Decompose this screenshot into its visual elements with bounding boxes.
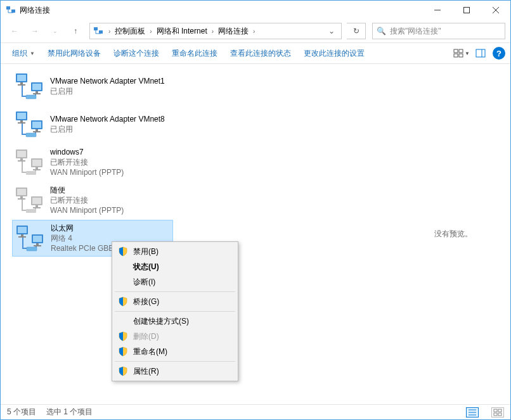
svg-rect-24 xyxy=(454,49,458,53)
network-adapter-icon xyxy=(15,71,45,101)
connection-item[interactable]: VMware Network Adapter VMnet1已启用 xyxy=(12,68,173,105)
connection-status: 已启用 xyxy=(50,124,165,134)
search-icon: 🔍 xyxy=(377,27,386,35)
context-menu-label: 诊断(I) xyxy=(133,277,155,288)
svg-rect-35 xyxy=(494,413,497,416)
breadcrumb-0[interactable]: 控制面板 xyxy=(112,23,148,39)
view-mode-button[interactable]: ▼ xyxy=(452,45,471,61)
preview-pane: 没有预览。 xyxy=(396,64,510,404)
context-menu-label: 属性(R) xyxy=(133,366,159,377)
shield-icon xyxy=(118,246,128,257)
window-title: 网络连接 xyxy=(20,5,423,16)
back-button[interactable]: ← xyxy=(6,22,23,40)
settings-button[interactable]: 更改此连接的设置 xyxy=(297,46,371,61)
connection-status: 网络 4 xyxy=(51,233,113,243)
svg-rect-33 xyxy=(494,409,497,412)
preview-pane-button[interactable] xyxy=(471,45,490,61)
connection-name: 随便 xyxy=(50,185,124,195)
disable-device-button[interactable]: 禁用此网络设备 xyxy=(41,46,107,61)
network-adapter-icon xyxy=(15,147,45,177)
context-menu-label: 删除(D) xyxy=(133,331,159,342)
menu-separator xyxy=(115,311,235,312)
minimize-button[interactable] xyxy=(423,1,452,20)
chevron-right-icon: › xyxy=(148,28,153,35)
connection-item[interactable]: VMware Network Adapter VMnet8已启用 xyxy=(12,106,173,143)
app-icon xyxy=(6,5,16,15)
context-menu-label: 状态(U) xyxy=(133,262,159,272)
connection-device: Realtek PCIe GBE xyxy=(51,243,113,253)
shield-icon xyxy=(118,366,128,376)
connection-device: WAN Miniport (PPTP) xyxy=(50,167,124,177)
shield-icon xyxy=(118,347,128,357)
shield-icon xyxy=(118,331,128,341)
no-preview-label: 没有预览。 xyxy=(434,229,472,239)
context-menu-item[interactable]: 桥接(G) xyxy=(114,294,236,309)
details-view-button[interactable] xyxy=(466,407,479,417)
rename-button[interactable]: 重命名此连接 xyxy=(165,46,224,61)
network-adapter-icon xyxy=(15,109,45,139)
connection-name: 以太网 xyxy=(51,223,113,233)
recent-dropdown[interactable]: ⌄ xyxy=(46,22,64,40)
context-menu-item[interactable]: 禁用(B) xyxy=(114,244,236,259)
svg-rect-27 xyxy=(459,54,463,57)
svg-rect-26 xyxy=(454,54,458,57)
organize-button[interactable]: 组织▼ xyxy=(6,46,41,61)
connection-name: VMware Network Adapter VMnet1 xyxy=(50,76,165,86)
address-bar[interactable]: › 控制面板 › 网络和 Internet › 网络连接 › ⌄ xyxy=(89,23,342,39)
navbar: ← → ⌄ ↑ › 控制面板 › 网络和 Internet › 网络连接 › ⌄… xyxy=(1,20,510,42)
context-menu-item[interactable]: 属性(R) xyxy=(114,364,236,379)
chevron-right-icon: › xyxy=(107,28,112,35)
context-menu-item[interactable]: 重命名(M) xyxy=(114,344,236,359)
context-menu-item[interactable]: 创建快捷方式(S) xyxy=(114,314,236,329)
selected-count: 选中 1 个项目 xyxy=(46,407,93,417)
context-menu-item[interactable]: 状态(U) xyxy=(114,259,236,274)
network-adapter-icon xyxy=(15,185,45,215)
context-menu: 禁用(B)状态(U)诊断(I)桥接(G)创建快捷方式(S)删除(D)重命名(M)… xyxy=(112,241,238,381)
up-button[interactable]: ↑ xyxy=(67,22,84,40)
connection-status: 已断开连接 xyxy=(50,157,124,167)
network-adapter-icon xyxy=(15,223,46,253)
connection-device: WAN Miniport (PPTP) xyxy=(50,205,124,215)
connection-name: windows7 xyxy=(50,147,124,157)
svg-rect-34 xyxy=(498,409,501,412)
status-button[interactable]: 查看此连接的状态 xyxy=(224,46,297,61)
breadcrumb-2[interactable]: 网络连接 xyxy=(216,23,251,39)
connection-item[interactable]: windows7已断开连接WAN Miniport (PPTP) xyxy=(12,144,173,181)
context-menu-label: 桥接(G) xyxy=(133,296,159,307)
search-input[interactable]: 🔍 搜索"网络连接" xyxy=(372,23,505,39)
large-icons-view-button[interactable] xyxy=(491,407,504,417)
chevron-right-icon: › xyxy=(251,28,257,35)
context-menu-item[interactable]: 诊断(I) xyxy=(114,274,236,290)
context-menu-label: 禁用(B) xyxy=(133,246,158,257)
connection-name: VMware Network Adapter VMnet8 xyxy=(50,114,165,124)
connection-status: 已断开连接 xyxy=(50,195,124,205)
context-menu-item: 删除(D) xyxy=(114,329,236,344)
help-button[interactable]: ? xyxy=(493,47,505,60)
svg-rect-28 xyxy=(476,49,485,57)
connection-item[interactable]: 随便已断开连接WAN Miniport (PPTP) xyxy=(12,182,173,219)
search-placeholder: 搜索"网络连接" xyxy=(390,26,441,37)
titlebar: 网络连接 xyxy=(1,1,510,20)
context-menu-label: 重命名(M) xyxy=(133,347,167,357)
status-bar: 5 个项目 选中 1 个项目 xyxy=(1,404,510,419)
svg-rect-25 xyxy=(459,49,463,53)
location-icon xyxy=(93,26,104,36)
breadcrumb-1[interactable]: 网络和 Internet xyxy=(154,23,210,39)
refresh-button[interactable]: ↻ xyxy=(347,23,366,39)
chevron-right-icon: › xyxy=(210,28,216,35)
diagnose-button[interactable]: 诊断这个连接 xyxy=(107,46,165,61)
svg-rect-36 xyxy=(498,413,501,416)
menu-separator xyxy=(115,361,235,362)
menu-separator xyxy=(115,291,235,292)
command-bar: 组织▼ 禁用此网络设备 诊断这个连接 重命名此连接 查看此连接的状态 更改此连接… xyxy=(1,42,510,64)
address-dropdown[interactable]: ⌄ xyxy=(325,27,339,35)
content-area: VMware Network Adapter VMnet1已启用VMware N… xyxy=(1,64,510,404)
item-count: 5 个项目 xyxy=(7,407,36,417)
maximize-button[interactable] xyxy=(452,1,481,20)
close-button[interactable] xyxy=(481,1,510,20)
connection-status: 已启用 xyxy=(50,86,165,96)
svg-rect-21 xyxy=(464,8,470,13)
shield-icon xyxy=(118,296,128,307)
forward-button[interactable]: → xyxy=(26,22,44,40)
context-menu-label: 创建快捷方式(S) xyxy=(133,316,189,327)
